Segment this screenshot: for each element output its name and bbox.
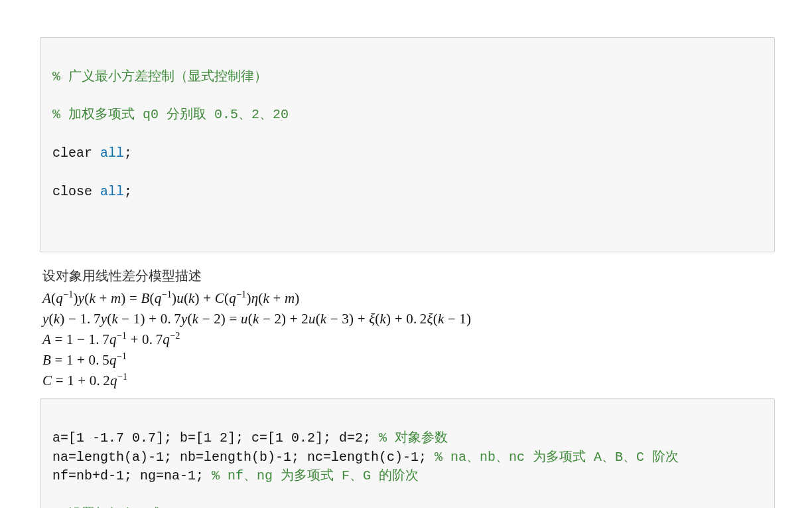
code-block-1: % 广义最小方差控制（显式控制律） % 加权多项式 q0 分别取 0.5、2、2… bbox=[40, 37, 775, 252]
math-line-1: A(q−1)y(k + m) = B(q−1)u(k) + C(q−1)η(k … bbox=[42, 290, 775, 307]
code-keyword: all bbox=[100, 145, 124, 161]
narrative-text: 设对象用线性差分模型描述 bbox=[42, 267, 775, 285]
math-block: A(q−1)y(k + m) = B(q−1)u(k) + C(q−1)η(k … bbox=[42, 290, 775, 389]
math-line-3: A = 1 − 1. 7q−1 + 0. 7q−2 bbox=[42, 331, 775, 348]
code-block-2: a=[1 -1.7 0.7]; b=[1 2]; c=[1 0.2]; d=2;… bbox=[40, 398, 775, 508]
code-text: ; bbox=[124, 184, 132, 199]
code-text: close bbox=[52, 184, 100, 199]
code-comment: % 对象参数 bbox=[379, 430, 448, 446]
code-text: nf=nb+d-1; ng=na-1; bbox=[52, 468, 212, 483]
page: % 广义最小方差控制（显式控制律） % 加权多项式 q0 分别取 0.5、2、2… bbox=[0, 0, 812, 508]
code-text: na=length(a)-1; nb=length(b)-1; nc=lengt… bbox=[52, 450, 435, 465]
code-comment: % na、nb、nc 为多项式 A、B、C 阶次 bbox=[435, 450, 679, 465]
math-line-2: y(k) − 1. 7y(k − 1) + 0. 7y(k − 2) = u(k… bbox=[42, 311, 775, 327]
code-text: ; bbox=[124, 145, 132, 161]
code-comment: % nf、ng 为多项式 F、G 的阶次 bbox=[212, 468, 419, 483]
code-text: a=[1 -1.7 0.7]; b=[1 2]; c=[1 0.2]; d=2; bbox=[52, 430, 379, 446]
math-line-5: C = 1 + 0. 2q−1 bbox=[42, 373, 775, 389]
code-keyword: all bbox=[100, 184, 124, 199]
code-comment: % 加权多项式 q0 分别取 0.5、2、20 bbox=[52, 107, 289, 122]
math-line-4: B = 1 + 0. 5q−1 bbox=[42, 352, 775, 369]
code-comment: % 广义最小方差控制（显式控制律） bbox=[52, 69, 267, 84]
code-text: clear bbox=[52, 145, 100, 161]
